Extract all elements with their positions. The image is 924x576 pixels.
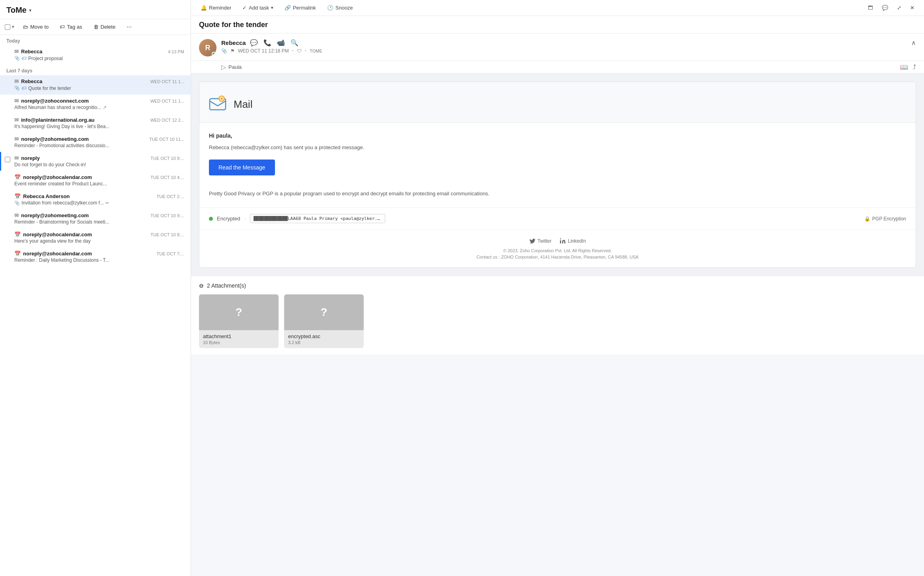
chevron-down-icon[interactable]: ▾ xyxy=(29,8,31,13)
send-time: WED OCT 11 12:18 PM xyxy=(238,48,289,54)
collapse-attachments-button[interactable]: ⊖ xyxy=(199,282,204,289)
attachments-section: ⊖ 2 Attachment(s) ? attachment1 10 Bytes… xyxy=(191,276,924,354)
email-item[interactable]: ✉ noreply@zohoconnect.com WED OCT 11 1..… xyxy=(0,95,191,114)
attach-icon: 📎 xyxy=(14,200,20,206)
sender-meta: 📎 ⚑ WED OCT 11 12:18 PM • 🛡 • TOME xyxy=(221,48,916,54)
encryption-key-box[interactable]: ▓▓▓▓▓▓▓▓▓▓▓▓▓LAA68 Paula Primary <paula@… xyxy=(250,214,385,223)
tag-icon-blue: 🏷 xyxy=(21,85,27,91)
reminder-icon: 🔔 xyxy=(201,5,207,11)
sidebar-header: ToMe ▾ xyxy=(0,0,191,19)
mail-icon: ✉ xyxy=(14,136,19,142)
permalink-button[interactable]: 🔗 Permalink xyxy=(283,3,318,12)
email-sender: 📅 noreply@zohocalendar.com xyxy=(14,174,92,180)
more-button[interactable]: ⋯ xyxy=(124,22,134,31)
close-icon: ✕ xyxy=(910,5,914,11)
email-subject: Reminder : Daily Marketing Discussions -… xyxy=(14,257,184,263)
email-subject: 📎 Invitation from rebecca@zylker.com f..… xyxy=(14,200,184,206)
email-item[interactable]: 📅 Rebecca Anderson TUE OCT 2:... 📎 Invit… xyxy=(0,190,191,209)
reminder-button[interactable]: 🔔 Reminder xyxy=(199,3,233,12)
twitter-link[interactable]: Twitter xyxy=(529,238,552,244)
snooze-label: Snooze xyxy=(335,5,353,11)
email-sender: ✉ noreply@zohoconnect.com xyxy=(14,98,89,104)
email-time: WED OCT 11 1... xyxy=(150,99,184,103)
mail-card-footer: Twitter LinkedIn © 2023, Zoho Corporatio… xyxy=(199,230,916,267)
play-icon: ▷ xyxy=(221,63,226,71)
calendar-icon: 📅 xyxy=(14,174,21,180)
email-sender: ✉ Rebecca xyxy=(14,49,42,54)
chat-icon-button[interactable]: 💬 xyxy=(880,3,890,12)
email-item[interactable]: ✉ noreply@zohomeeting.com TUE OCT 10 11.… xyxy=(0,133,191,152)
edit-icon: ✏ xyxy=(105,200,109,206)
attach-icon: 📎 xyxy=(14,56,20,61)
book-icon-button[interactable]: 📖 xyxy=(900,63,908,71)
email-content-area[interactable]: R Rebecca 💬 📞 📹 🔍 ∧ xyxy=(191,33,924,576)
to-label: Paula xyxy=(228,64,242,70)
email-item[interactable]: ✉ noreply TUE OCT 10 9:... Do not forget… xyxy=(0,152,191,171)
email-item[interactable]: 📅 noreply@zohocalendar.com TUE OCT 10 4:… xyxy=(0,171,191,190)
today-group: Today ✉ Rebecca 4:13 PM 📎 🏷 Project prop… xyxy=(0,35,191,65)
email-item[interactable]: 📅 noreply@zohocalendar.com TUE OCT 7:...… xyxy=(0,247,191,267)
email-subject: Reminder - Promotional activities discus… xyxy=(14,143,184,148)
email-toolbar: ▾ 🗁 Move to 🏷 Tag as 🗑 Delete ⋯ xyxy=(0,19,191,35)
email-sender: 📅 Rebecca Anderson xyxy=(14,193,70,199)
close-button[interactable]: ✕ xyxy=(908,3,916,12)
pgp-description: Pretty Good Privacy or PGP is a popular … xyxy=(209,190,906,198)
pgp-badge: 🔒 PGP Encryption xyxy=(864,216,906,222)
tag-as-button[interactable]: 🏷 Tag as xyxy=(57,22,84,31)
email-time: TUE OCT 10 8:... xyxy=(150,232,184,237)
email-subject: 📎 🏷 Project proposal xyxy=(14,55,184,61)
attachment-item[interactable]: ? attachment1 10 Bytes xyxy=(199,294,279,348)
email-sender: ✉ Rebecca xyxy=(14,78,42,84)
encryption-key-value: ▓▓▓▓▓▓▓▓▓▓▓▓▓LAA68 Paula Primary <paula@… xyxy=(253,216,385,221)
lock-icon: 🔒 xyxy=(864,216,870,222)
delete-button[interactable]: 🗑 Delete xyxy=(91,22,118,31)
email-item[interactable]: ✉ noreply@zohomeeting.com TUE OCT 10 9:.… xyxy=(0,209,191,228)
search-action-button[interactable]: 🔍 xyxy=(290,39,298,47)
chat-action-button[interactable]: 💬 xyxy=(250,39,258,47)
snooze-button[interactable]: 🕐 Snooze xyxy=(326,3,355,12)
email-item[interactable]: ✉ Rebecca WED OCT 11 1... 📎 🏷 Quote for … xyxy=(0,75,191,95)
compose-icon-button[interactable]: 🗔 xyxy=(866,3,875,12)
attachments-header: ⊖ 2 Attachment(s) xyxy=(199,282,916,289)
last7days-group: Last 7 days ✉ Rebecca WED OCT 11 1... 📎 … xyxy=(0,65,191,267)
sender-name: Rebecca xyxy=(221,39,246,46)
chat-icon: 💬 xyxy=(882,5,888,11)
checkbox-square xyxy=(5,24,10,30)
expand-button[interactable]: ⤢ xyxy=(895,3,903,12)
expand-icon: ⤢ xyxy=(897,5,901,11)
attachment-info: encrypted.asc 3.2 kB xyxy=(284,330,364,348)
mail-description: Rebecca (rebecca@zylker.com) has sent yo… xyxy=(209,144,906,152)
call-action-button[interactable]: 📞 xyxy=(263,39,271,47)
chevron-small[interactable]: ▾ xyxy=(12,24,14,29)
add-task-button[interactable]: ✓ Add task ▾ xyxy=(241,3,275,12)
to-actions: 📖 ⤴ xyxy=(900,63,916,71)
select-all-checkbox[interactable]: ▾ xyxy=(5,24,14,30)
mail-icon: ✉ xyxy=(14,117,19,123)
mail-icon: ✉ xyxy=(14,212,19,218)
video-action-button[interactable]: 📹 xyxy=(277,39,285,47)
attachment-name: encrypted.asc xyxy=(288,333,360,339)
read-message-button[interactable]: Read the Message xyxy=(209,160,275,175)
email-title-bar: Quote for the tender xyxy=(191,16,924,33)
collapse-button[interactable]: ∧ xyxy=(911,39,916,47)
copyright-text: © 2023, Zoho Corporation Pvt. Ltd. All R… xyxy=(209,248,906,253)
email-subject: Do not forget to do your Check-in! xyxy=(14,162,184,167)
reminder-label: Reminder xyxy=(209,5,231,11)
mail-icon: ✉ xyxy=(14,49,19,54)
sender-name-row: Rebecca 💬 📞 📹 🔍 ∧ xyxy=(221,39,916,47)
email-item[interactable]: ✉ info@planinternational.org.au WED OCT … xyxy=(0,114,191,133)
mail-card-body: Hi paula, Rebecca (rebecca@zylker.com) h… xyxy=(199,123,916,207)
attachment-item[interactable]: ? encrypted.asc 3.2 kB xyxy=(284,294,364,348)
attachment-preview: ? xyxy=(284,294,364,330)
email-item[interactable]: ✉ Rebecca 4:13 PM 📎 🏷 Project proposal xyxy=(0,45,191,65)
linkedin-link[interactable]: LinkedIn xyxy=(559,238,586,244)
email-sender: ✉ info@planinternational.org.au xyxy=(14,117,95,123)
attachment-preview: ? xyxy=(199,294,279,330)
attachment-grid: ? attachment1 10 Bytes ? encrypted.asc 3… xyxy=(199,294,916,348)
check-icon: ✓ xyxy=(242,5,247,11)
share-icon-button[interactable]: ⤴ xyxy=(913,63,916,71)
email-sender: ✉ noreply xyxy=(14,155,40,161)
email-item[interactable]: 📅 noreply@zohocalendar.com TUE OCT 10 8:… xyxy=(0,228,191,247)
item-checkbox[interactable] xyxy=(5,157,10,163)
move-to-button[interactable]: 🗁 Move to xyxy=(21,22,51,31)
